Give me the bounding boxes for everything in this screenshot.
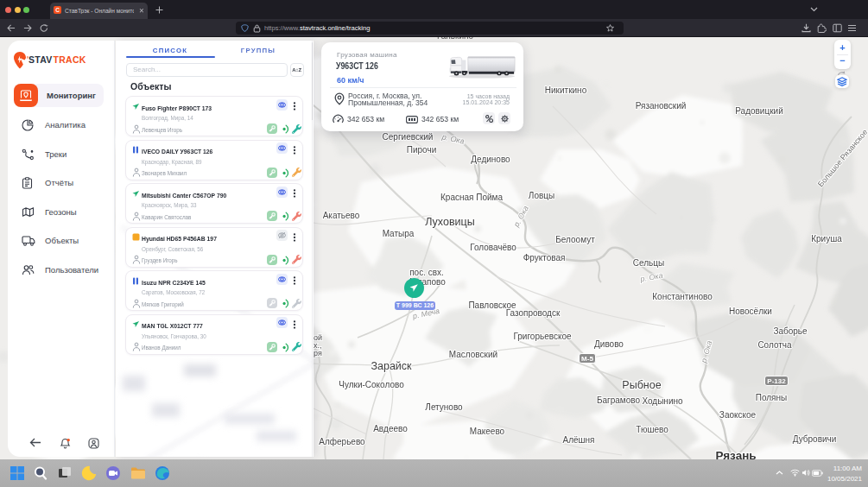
svg-text:Авдеево: Авдеево (373, 424, 408, 433)
svg-text:Криуша: Криуша (811, 234, 842, 244)
svg-text:Рязановский: Рязановский (636, 101, 687, 111)
svg-text:Радовицкий: Радовицкий (735, 106, 782, 116)
svg-text:Заборье: Заборье (773, 326, 808, 336)
svg-text:Дубровичи: Дубровичи (793, 434, 837, 444)
svg-text:STAV: STAV (29, 54, 53, 65)
svg-text:Заокское: Заокское (719, 410, 757, 420)
svg-text:Поляны: Поляны (756, 393, 788, 402)
svg-text:Баграмово: Баграмово (597, 395, 641, 405)
svg-text:Новосёлки: Новосёлки (729, 307, 772, 316)
svg-text:М-5: М-5 (581, 355, 593, 363)
svg-text:Головачёво: Головачёво (470, 243, 516, 252)
svg-text:TRACK: TRACK (54, 54, 86, 65)
svg-text:Сельцы: Сельцы (633, 258, 664, 268)
svg-text:Фруктовая: Фруктовая (523, 253, 566, 262)
svg-text:Алёшня: Алёшня (562, 435, 594, 445)
svg-text:Григорьевское: Григорьевское (513, 332, 572, 341)
svg-text:Макеево: Макеево (470, 427, 505, 436)
svg-text:Чулки-Соколово: Чулки-Соколово (339, 380, 404, 389)
svg-text:Ганькино: Ганькино (437, 37, 474, 41)
svg-text:Тюшево: Тюшево (636, 425, 668, 434)
svg-text:Акатьево: Акатьево (323, 211, 360, 220)
svg-text:Дивово: Дивово (594, 339, 624, 349)
svg-text:Ловцы: Ловцы (529, 191, 554, 200)
svg-text:Дединово: Дединово (471, 155, 510, 164)
svg-text:Масловский: Масловский (449, 350, 497, 359)
svg-text:Луховицы: Луховицы (425, 216, 474, 228)
svg-text:Белоомут: Белоомут (555, 235, 595, 244)
svg-text:Матыра: Матыра (383, 229, 415, 238)
svg-text:ря: ря (314, 349, 322, 357)
svg-text:пос. свх.: пос. свх. (409, 268, 444, 277)
svg-text:Сергиевский: Сергиевский (383, 132, 434, 142)
svg-text:Солотча: Солотча (757, 340, 792, 350)
svg-text:Красная Пойма: Красная Пойма (440, 193, 503, 202)
svg-text:Летуново: Летуново (425, 402, 463, 412)
svg-text:Алферьево: Алферьево (319, 437, 365, 446)
svg-text:Рязань: Рязань (715, 449, 756, 459)
svg-text:Пирочи: Пирочи (407, 145, 436, 155)
svg-text:Никиткино: Никиткино (545, 85, 587, 95)
svg-text:Р-132: Р-132 (767, 377, 786, 385)
svg-text:Зарайск: Зарайск (371, 360, 412, 372)
svg-text:Газопроводск: Газопроводск (506, 308, 561, 318)
svg-text:Ходынино: Ходынино (642, 396, 683, 406)
svg-text:Рыбное: Рыбное (622, 379, 661, 391)
svg-text:Константиново: Константиново (652, 292, 713, 301)
